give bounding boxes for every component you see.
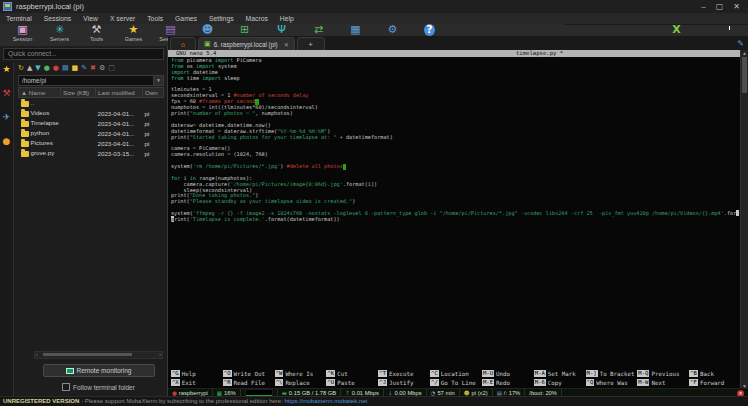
nano-shortcut-read-file[interactable]: ^RRead File	[223, 378, 275, 387]
nano-shortcut-set-mark[interactable]: M-ASet Mark	[534, 369, 586, 378]
follow-terminal-folder[interactable]: Follow terminal folder	[30, 383, 167, 391]
nano-shortcut-help[interactable]: ^GHelp	[171, 369, 223, 378]
footer-link[interactable]: https://mobaxterm.mobatek.net	[284, 398, 367, 404]
unregistered-label: UNREGISTERED VERSION	[3, 398, 79, 404]
remote-monitoring-button[interactable]: Remote monitoring	[43, 364, 155, 377]
nano-shortcut-write-out[interactable]: ^OWrite Out	[223, 369, 275, 378]
shortcut-key: ^U	[326, 379, 335, 386]
file-row[interactable]: grove.py2023-03-15...pi	[19, 148, 164, 158]
file-row[interactable]: python2023-04-01...pi	[19, 128, 164, 138]
terminal-tab-icon: ▣	[204, 40, 211, 48]
maximize-button[interactable]: ▢	[716, 2, 724, 11]
minimize-button[interactable]: –	[701, 2, 705, 11]
terminal-scrollbar[interactable]: ▲ ▼	[740, 50, 748, 389]
nano-shortcut-copy[interactable]: M-6Copy	[534, 378, 586, 387]
toolbar-label: Games	[125, 36, 143, 42]
scroll-right-icon[interactable]: ›	[159, 351, 161, 357]
new-tab-button[interactable]: +	[297, 37, 325, 50]
edit-icon[interactable]: ✎	[81, 64, 87, 72]
x-server-icon: X	[672, 24, 680, 36]
shortcut-label: Where Is	[285, 371, 313, 377]
follow-checkbox[interactable]	[62, 383, 70, 391]
scroll-left-icon[interactable]: ‹	[36, 351, 38, 357]
nano-shortcut-to-bracket[interactable]: M-]To Bracket	[586, 369, 638, 378]
sessions-star-icon[interactable]: ★	[2, 64, 10, 74]
nano-shortcut-paste[interactable]: ^UPaste	[326, 378, 378, 387]
path-dropdown-icon[interactable]: ▼	[153, 76, 163, 85]
nano-shortcut-where-was[interactable]: ^QWhere Was	[586, 378, 638, 387]
nano-shortcut-previous[interactable]: M-QPrevious	[637, 369, 689, 378]
sftp-icon[interactable]: ●	[3, 136, 11, 146]
servers-button[interactable]: ✳Servers	[41, 24, 78, 42]
servers-icon: ✳	[55, 24, 64, 36]
edit-pencil-icon[interactable]: ✎	[737, 39, 744, 48]
quick-connect-input[interactable]: Quick connect...	[3, 48, 164, 60]
scroll-up-icon[interactable]: ▲	[741, 50, 748, 56]
new-file-icon[interactable]: ▤	[62, 64, 69, 72]
file-row[interactable]: Pictures2023-04-01...pi	[19, 138, 164, 148]
games-button[interactable]: ★Games	[115, 24, 152, 42]
nano-shortcut-next[interactable]: M-WNext	[637, 378, 689, 387]
session-button[interactable]: ▣Session	[4, 24, 41, 42]
nano-shortcut-exit[interactable]: ^XExit	[171, 378, 223, 387]
nano-shortcut-execute[interactable]: ^TExecute	[378, 369, 430, 378]
column-header-3[interactable]: Own	[143, 88, 164, 98]
menu-item-terminal[interactable]: Terminal	[0, 15, 38, 22]
nano-shortcut-location[interactable]: ^CLocation	[430, 369, 482, 378]
refresh-icon[interactable]: ↻	[18, 64, 24, 72]
nano-shortcut-redo[interactable]: M-ERedo	[482, 378, 534, 387]
stop-icon[interactable]: ●	[53, 64, 59, 72]
menu-item-help[interactable]: Help	[274, 15, 300, 22]
menu-item-x-server[interactable]: X server	[104, 15, 141, 22]
shortcut-key: ^Q	[586, 379, 595, 386]
nano-version: GNU nano 5.4	[176, 50, 216, 57]
terminal-scroll-thumb[interactable]	[742, 57, 747, 93]
folder-up-icon[interactable]: ▲	[27, 64, 32, 72]
new-folder-icon[interactable]: ■	[72, 64, 79, 72]
file-row[interactable]: Timelapse2023-04-01...pi	[19, 118, 164, 128]
hide-icon[interactable]: □	[108, 64, 115, 72]
shortcut-key: ^X	[171, 379, 180, 386]
nano-shortcut-back[interactable]: ^BBack	[689, 369, 741, 378]
nano-shortcut-go-to-line[interactable]: ^/Go To Line	[430, 378, 482, 387]
nano-shortcut-where-is[interactable]: ^WWhere Is	[275, 369, 327, 378]
menu-item-tools[interactable]: Tools	[141, 15, 169, 22]
link-icon[interactable]: ⚙	[99, 64, 105, 72]
menu-item-settings[interactable]: Settings	[203, 15, 240, 22]
scrollbar-thumb[interactable]	[43, 353, 132, 356]
nano-shortcut-replace[interactable]: ^\Replace	[275, 378, 327, 387]
shortcut-label: Go To Line	[441, 380, 476, 386]
close-button[interactable]: ✕	[733, 2, 740, 11]
tab-home[interactable]: ⌂	[170, 37, 196, 50]
shortcut-key: ^O	[223, 370, 232, 377]
delete-icon[interactable]: ✖	[90, 64, 96, 72]
file-row[interactable]: ..	[19, 98, 164, 109]
code-area[interactable]: from picamera import PiCamerafrom os imp…	[168, 57, 748, 223]
menu-item-games[interactable]: Games	[169, 15, 203, 22]
download-icon[interactable]: ▼	[35, 64, 40, 72]
macros-icon[interactable]: ✈	[3, 112, 11, 122]
menu-item-macros[interactable]: Macros	[240, 15, 274, 22]
nano-shortcut-cut[interactable]: ^KCut	[326, 369, 378, 378]
menu-item-sessions[interactable]: Sessions	[38, 15, 78, 22]
column-header-0[interactable]: ▲ Name	[19, 88, 61, 98]
path-input[interactable]: /home/pi	[19, 77, 153, 84]
nano-shortcut-forward[interactable]: ^FForward	[689, 378, 741, 387]
code-line: print('Timelapse is complete.'.format(da…	[171, 217, 748, 223]
play-icon[interactable]: ●	[44, 64, 50, 72]
tab-active-session[interactable]: ▣ 6. raspberrypi.local (pi) ✕	[198, 37, 295, 50]
menu-item-view[interactable]: View	[77, 15, 104, 22]
tab-close-icon[interactable]: ✕	[284, 41, 289, 48]
shortcut-label: Cut	[337, 371, 347, 377]
horizontal-scrollbar[interactable]: ‹ ›	[34, 351, 163, 359]
window-title: raspberrypi.local (pi)	[16, 2, 84, 11]
column-header-2[interactable]: Last modified	[96, 88, 143, 98]
column-header-1[interactable]: Size (KB)	[61, 88, 96, 98]
terminal-pane[interactable]: GNU nano 5.4 timelapse.py * from picamer…	[168, 50, 748, 389]
tools-dock-icon[interactable]: ⚒	[2, 88, 10, 98]
file-row[interactable]: Videos2023-04-01...pi	[19, 108, 164, 118]
home-icon: ⌂	[181, 41, 185, 48]
tools-button[interactable]: ⚒Tools	[78, 24, 115, 42]
nano-shortcut-justify[interactable]: ^JJustify	[378, 378, 430, 387]
nano-shortcut-undo[interactable]: M-UUndo	[482, 369, 534, 378]
